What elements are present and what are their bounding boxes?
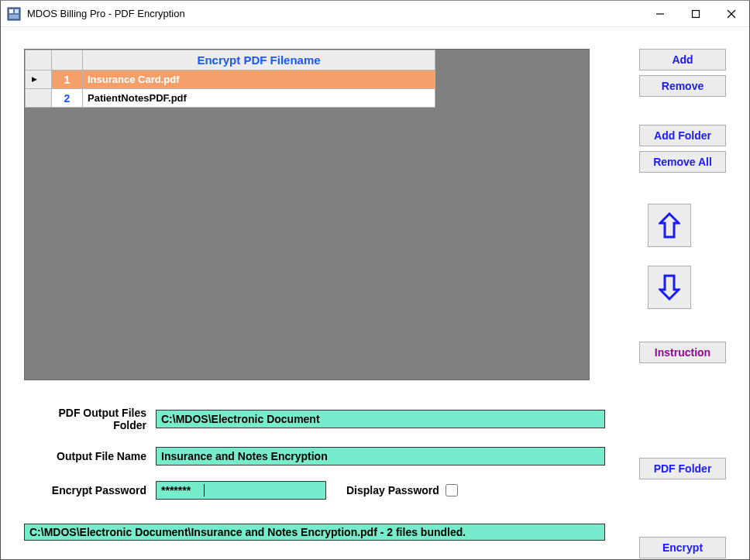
grid-header-marker (26, 50, 52, 70)
svg-rect-2 (15, 9, 19, 13)
svg-rect-5 (693, 10, 700, 17)
svg-rect-1 (9, 9, 13, 13)
password-label: Encrypt Password (24, 484, 156, 496)
output-name-field[interactable]: Insurance and Notes Encryption (156, 447, 605, 466)
move-up-button[interactable] (648, 204, 691, 247)
output-folder-field[interactable]: C:\MDOS\Electronic Document (156, 410, 605, 428)
form-area: PDF Output Files Folder C:\MDOS\Electron… (24, 407, 726, 500)
titlebar: MDOS Billing Pro - PDF Encryption (1, 1, 749, 27)
window-controls (642, 1, 749, 26)
add-folder-button[interactable]: Add Folder (639, 125, 726, 146)
row-marker-icon (26, 70, 52, 89)
move-down-button[interactable] (648, 266, 691, 309)
row-num: 2 (52, 89, 83, 108)
encrypt-button[interactable]: Encrypt (639, 537, 726, 558)
remove-button[interactable]: Remove (639, 75, 726, 97)
grid-row[interactable]: 1 Insurance Card.pdf (26, 70, 435, 89)
status-bar: C:\MDOS\Electronic Document\Insurance an… (24, 524, 605, 541)
app-icon (7, 7, 21, 21)
display-password-label: Display Password (346, 484, 439, 496)
svg-rect-3 (9, 15, 19, 19)
add-button[interactable]: Add (639, 49, 726, 70)
client-area: Encrypt PDF Filename 1 Insurance Card.pd… (1, 27, 749, 559)
app-window: MDOS Billing Pro - PDF Encryption (0, 0, 750, 560)
window-title: MDOS Billing Pro - PDF Encryption (27, 8, 185, 19)
row-filename: PatientNotesPDF.pdf (83, 89, 435, 108)
close-window-button[interactable] (714, 1, 749, 26)
output-name-label: Output File Name (24, 450, 156, 462)
grid-row[interactable]: 2 PatientNotesPDF.pdf (26, 89, 435, 108)
display-password-checkbox[interactable] (446, 484, 458, 496)
maximize-button[interactable] (678, 1, 714, 26)
grid-header-filename: Encrypt PDF Filename (83, 50, 435, 70)
grid-header-num (52, 50, 83, 70)
file-grid[interactable]: Encrypt PDF Filename 1 Insurance Card.pd… (24, 49, 590, 380)
row-marker-icon (26, 89, 52, 108)
password-field[interactable]: ******* (156, 481, 326, 500)
grid-header-row: Encrypt PDF Filename (26, 50, 435, 70)
remove-all-button[interactable]: Remove All (639, 151, 726, 173)
row-filename: Insurance Card.pdf (83, 70, 435, 89)
side-button-column: Add Remove Add Folder Remove All Instruc… (613, 49, 726, 380)
pdf-folder-button[interactable]: PDF Folder (639, 458, 726, 479)
output-folder-label: PDF Output Files Folder (24, 407, 156, 431)
instruction-button[interactable]: Instruction (639, 342, 726, 363)
row-num: 1 (52, 70, 83, 89)
minimize-button[interactable] (642, 1, 678, 26)
